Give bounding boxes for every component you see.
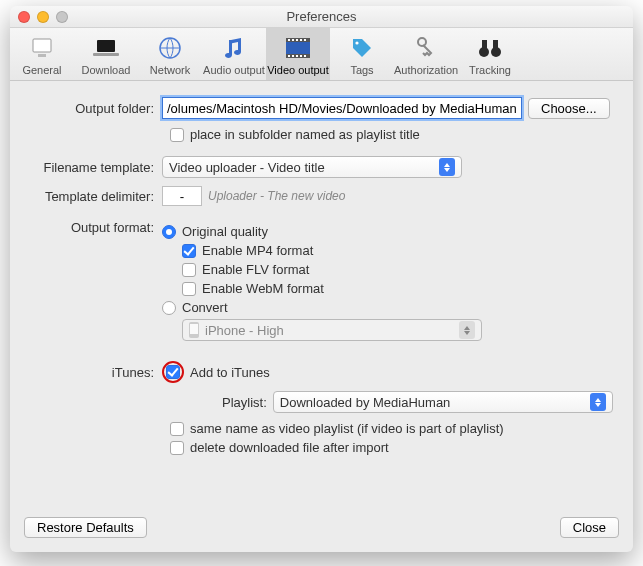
delimiter-input[interactable]	[162, 186, 202, 206]
tab-video-output[interactable]: Video output	[266, 28, 330, 80]
svg-rect-3	[93, 53, 119, 56]
restore-defaults-button[interactable]: Restore Defaults	[24, 517, 147, 538]
svg-rect-14	[292, 55, 294, 57]
tab-tags[interactable]: Tags	[330, 28, 394, 80]
filename-template-select[interactable]: Video uploader - Video title	[162, 156, 462, 178]
choose-button[interactable]: Choose...	[528, 98, 610, 119]
svg-point-20	[479, 47, 489, 57]
svg-rect-25	[190, 324, 198, 334]
tab-network[interactable]: Network	[138, 28, 202, 80]
same-name-checkbox[interactable]	[170, 422, 184, 436]
svg-rect-12	[304, 39, 306, 41]
tab-label: Video output	[267, 64, 329, 76]
filename-template-label: Filename template:	[30, 160, 162, 175]
convert-preset-select: iPhone - High	[182, 319, 482, 341]
original-quality-radio[interactable]	[162, 225, 176, 239]
tag-icon	[330, 34, 394, 62]
convert-preset-value: iPhone - High	[205, 323, 284, 338]
enable-flv-checkbox[interactable]	[182, 263, 196, 277]
enable-flv-label: Enable FLV format	[202, 262, 309, 277]
itunes-label: iTunes:	[30, 365, 162, 380]
titlebar: Preferences	[10, 6, 633, 28]
delete-after-checkbox[interactable]	[170, 441, 184, 455]
chevron-updown-icon	[439, 158, 455, 176]
footer: Restore Defaults Close	[10, 509, 633, 552]
tab-label: General	[22, 64, 61, 76]
enable-webm-label: Enable WebM format	[202, 281, 324, 296]
svg-rect-17	[304, 55, 306, 57]
enable-webm-checkbox[interactable]	[182, 282, 196, 296]
enable-mp4-label: Enable MP4 format	[202, 243, 313, 258]
highlight-circle	[162, 361, 184, 383]
playlist-label: Playlist:	[222, 395, 267, 410]
svg-rect-16	[300, 55, 302, 57]
svg-rect-1	[38, 54, 46, 57]
tab-label: Authorization	[394, 64, 458, 76]
svg-rect-23	[493, 40, 498, 48]
window-close-btn[interactable]	[18, 11, 30, 23]
monitor-icon	[10, 34, 74, 62]
delete-after-label: delete downloaded file after import	[190, 440, 389, 455]
svg-point-21	[491, 47, 501, 57]
window-minimize-btn[interactable]	[37, 11, 49, 23]
add-to-itunes-label: Add to iTunes	[190, 365, 270, 380]
convert-radio[interactable]	[162, 301, 176, 315]
phone-icon	[189, 322, 199, 338]
tab-label: Tracking	[469, 64, 511, 76]
same-name-label: same name as video playlist (if video is…	[190, 421, 504, 436]
svg-rect-22	[482, 40, 487, 48]
output-format-label: Output format:	[30, 220, 162, 235]
tab-label: Audio output	[203, 64, 265, 76]
subfolder-label: place in subfolder named as playlist tit…	[190, 127, 420, 142]
film-icon	[266, 34, 330, 62]
window-title: Preferences	[10, 6, 633, 28]
svg-rect-10	[296, 39, 298, 41]
keys-icon	[394, 34, 458, 62]
binoculars-icon	[458, 34, 522, 62]
svg-rect-11	[300, 39, 302, 41]
tab-audio-output[interactable]: Audio output	[202, 28, 266, 80]
chevron-updown-icon	[459, 321, 475, 339]
tab-download[interactable]: Download	[74, 28, 138, 80]
original-quality-label: Original quality	[182, 224, 268, 239]
laptop-icon	[74, 34, 138, 62]
content: Output folder: Choose... place in subfol…	[10, 81, 633, 509]
window-zoom-btn	[56, 11, 68, 23]
output-folder-input[interactable]	[162, 97, 522, 119]
add-to-itunes-checkbox[interactable]	[166, 365, 180, 379]
close-button[interactable]: Close	[560, 517, 619, 538]
svg-rect-0	[33, 39, 51, 52]
filename-template-value: Video uploader - Video title	[169, 160, 325, 175]
tab-label: Network	[150, 64, 190, 76]
svg-point-18	[355, 41, 358, 44]
svg-rect-9	[292, 39, 294, 41]
enable-mp4-checkbox[interactable]	[182, 244, 196, 258]
tab-authorization[interactable]: Authorization	[394, 28, 458, 80]
convert-label: Convert	[182, 300, 228, 315]
globe-icon	[138, 34, 202, 62]
tab-general[interactable]: General	[10, 28, 74, 80]
music-note-icon	[202, 34, 266, 62]
tab-tracking[interactable]: Tracking	[458, 28, 522, 80]
delimiter-hint: Uploader - The new video	[208, 189, 345, 203]
toolbar: General Download Network Audio output Vi…	[10, 28, 633, 81]
output-folder-label: Output folder:	[30, 101, 162, 116]
tab-label: Download	[82, 64, 131, 76]
subfolder-checkbox[interactable]	[170, 128, 184, 142]
svg-rect-2	[97, 40, 115, 52]
chevron-updown-icon	[590, 393, 606, 411]
playlist-select[interactable]: Downloaded by MediaHuman	[273, 391, 613, 413]
svg-rect-8	[288, 39, 290, 41]
svg-rect-13	[288, 55, 290, 57]
preferences-window: Preferences General Download Network Aud…	[10, 6, 633, 552]
template-delimiter-label: Template delimiter:	[30, 189, 162, 204]
svg-rect-15	[296, 55, 298, 57]
playlist-value: Downloaded by MediaHuman	[280, 395, 451, 410]
tab-label: Tags	[350, 64, 373, 76]
svg-point-19	[418, 38, 426, 46]
